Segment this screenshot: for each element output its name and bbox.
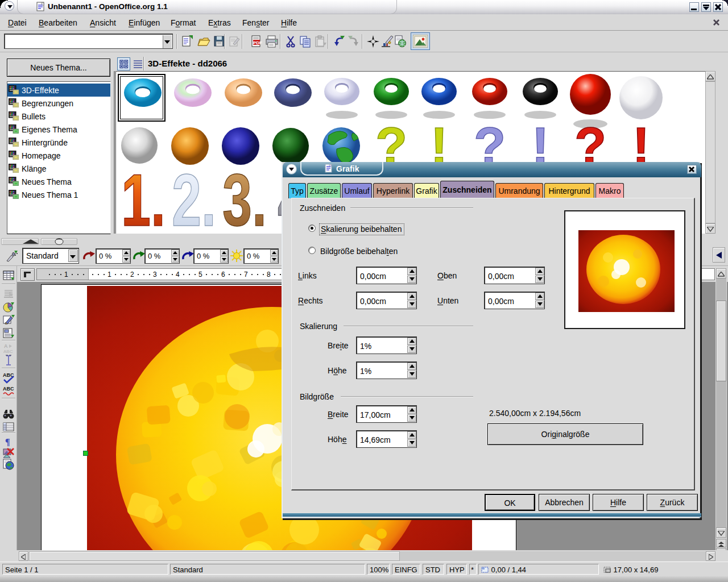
svg-text:PDF: PDF <box>253 40 262 45</box>
svg-text:A: A <box>4 343 8 349</box>
svg-text:1.: 1. <box>121 159 166 234</box>
svg-text:ABC: ABC <box>3 386 14 392</box>
svg-text:ABC: ABC <box>3 349 13 354</box>
svg-text:2.: 2. <box>172 159 216 234</box>
svg-text:3.: 3. <box>222 159 267 234</box>
svg-text:¶: ¶ <box>5 437 10 447</box>
